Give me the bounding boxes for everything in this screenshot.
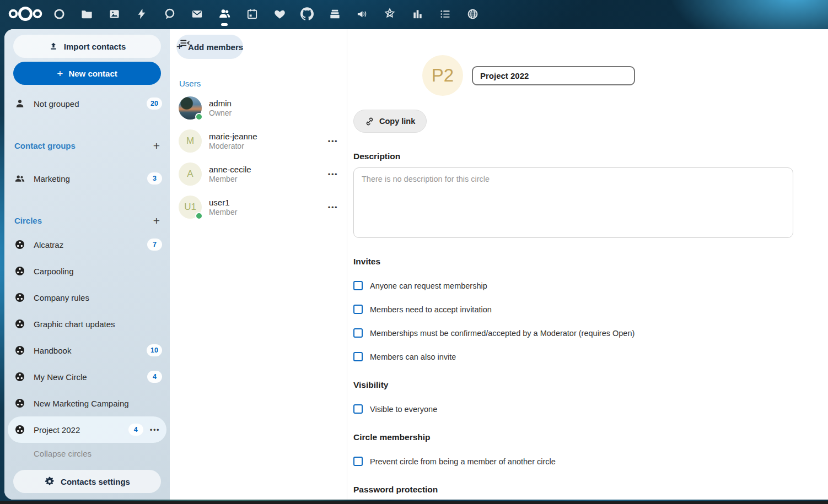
users-header: Users [179, 79, 347, 88]
collapse-member-list-icon[interactable] [179, 37, 192, 51]
collapse-circles-button[interactable]: Collapse circles [4, 443, 170, 464]
add-circle-button[interactable]: + [153, 215, 160, 226]
settings-section: Password protection [353, 485, 828, 495]
member-name: admin [209, 99, 338, 108]
option-label: Anyone can request membership [370, 281, 487, 290]
checkbox-unchecked[interactable] [353, 352, 363, 361]
member-role: Moderator [209, 142, 321, 150]
checkbox-unchecked[interactable] [353, 281, 363, 290]
circle-avatar[interactable]: P2 [422, 55, 463, 96]
member-row[interactable]: U1 user1 Member ••• [170, 191, 347, 224]
app-content: Import contacts + New contact Not groupe… [4, 29, 828, 500]
collectives-app-icon[interactable] [376, 0, 404, 28]
external-sites-app-icon[interactable] [459, 0, 486, 28]
circle-label: Carpooling [34, 267, 162, 276]
option-row[interactable]: Members need to accept invitation [353, 305, 828, 314]
sidebar-item-circle[interactable]: Project 2022 4 ••• [8, 416, 166, 443]
option-row[interactable]: Anyone can request membership [353, 281, 828, 290]
circle-label: New Marketing Campaing [34, 399, 162, 408]
section-heading: Invites [353, 257, 828, 267]
favorites-app-icon[interactable] [266, 0, 293, 28]
sidebar-item-circle[interactable]: Carpooling [4, 258, 170, 284]
option-row[interactable]: Memberships must be confirmed/accepted b… [353, 328, 828, 338]
option-list: Prevent circle from being a member of an… [353, 457, 828, 466]
option-row[interactable]: Visible to everyone [353, 404, 828, 414]
member-actions-menu[interactable]: ••• [328, 203, 338, 212]
mail-app-icon[interactable] [183, 0, 211, 28]
contact-groups-header: Contact groups + [4, 134, 170, 156]
contacts-app-icon[interactable] [211, 0, 238, 28]
option-label: Members need to accept invitation [370, 305, 492, 314]
settings-section: Invites Anyone can request membership Me… [353, 257, 828, 361]
member-actions-menu[interactable]: ••• [328, 137, 338, 145]
new-contact-button[interactable]: + New contact [13, 62, 161, 85]
github-app-icon[interactable] [293, 0, 321, 28]
circles-app-icon[interactable] [45, 0, 73, 28]
person-icon [14, 98, 25, 109]
circle-label: Alcatraz [34, 240, 147, 250]
description-textarea[interactable] [353, 167, 793, 238]
member-row[interactable]: admin Owner [170, 91, 347, 124]
photos-app-icon[interactable] [100, 0, 128, 28]
add-group-button[interactable]: + [153, 140, 160, 151]
sidebar-item-not-grouped[interactable]: Not grouped 20 [4, 91, 170, 116]
checkbox-unchecked[interactable] [353, 305, 363, 314]
option-label: Visible to everyone [370, 405, 437, 414]
files-app-icon[interactable] [73, 0, 100, 28]
contacts-settings-button[interactable]: Contacts settings [13, 470, 161, 493]
avatar: A [179, 162, 202, 186]
screen-bottom-edge [0, 501, 828, 504]
circle-label: My New Circle [34, 372, 147, 382]
member-list: admin Owner M marie-jeanne Moderator ••• [170, 91, 347, 224]
circle-name-input[interactable] [472, 66, 635, 85]
member-actions-menu[interactable]: ••• [328, 170, 338, 178]
count-badge: 3 [147, 172, 162, 185]
member-row[interactable]: A anne-cecile Member ••• [170, 158, 347, 191]
sidebar-item-circle[interactable]: Handbook 10 [4, 337, 170, 364]
calendar-app-icon[interactable] [238, 0, 266, 28]
member-row[interactable]: M marie-jeanne Moderator ••• [170, 124, 347, 158]
sidebar-item-group[interactable]: Marketing 3 [4, 166, 170, 191]
checkbox-unchecked[interactable] [353, 404, 363, 414]
option-label: Memberships must be confirmed/accepted b… [370, 329, 635, 338]
sidebar-item-circle[interactable]: Graphic chart updates [4, 311, 170, 337]
copy-link-button[interactable]: Copy link [353, 110, 427, 133]
talk-app-icon[interactable] [155, 0, 183, 28]
analytics-app-icon[interactable] [404, 0, 431, 28]
tasks-app-icon[interactable] [431, 0, 459, 28]
group-label: Marketing [34, 174, 147, 183]
online-status-dot [195, 212, 203, 220]
deck-app-icon[interactable] [321, 0, 348, 28]
contacts-sidebar: Import contacts + New contact Not groupe… [4, 29, 170, 500]
option-row[interactable]: Prevent circle from being a member of an… [353, 457, 828, 466]
sidebar-item-circle[interactable]: Alcatraz 7 [4, 231, 170, 258]
description-heading: Description [353, 151, 828, 161]
sidebar-item-circle[interactable]: Company rules [4, 284, 170, 311]
top-bar [0, 0, 828, 28]
circles-icon [14, 318, 25, 329]
import-contacts-button[interactable]: Import contacts [13, 35, 161, 58]
avatar: M [179, 129, 202, 153]
avatar-initials: M [186, 136, 194, 147]
circle-list: Alcatraz 7 Carpooling [4, 231, 170, 443]
count-badge: 20 [147, 97, 162, 110]
section-heading: Visibility [353, 380, 828, 390]
nextcloud-logo[interactable] [6, 0, 45, 28]
copy-link-label: Copy link [379, 117, 415, 126]
sidebar-item-circle[interactable]: New Marketing Campaing [4, 390, 170, 416]
link-icon [365, 117, 374, 126]
checkbox-unchecked[interactable] [353, 457, 363, 466]
settings-section: Circle membership Prevent circle from be… [353, 432, 828, 466]
sidebar-item-circle[interactable]: My New Circle 4 [4, 364, 170, 390]
checkbox-unchecked[interactable] [353, 328, 363, 338]
option-row[interactable]: Members can also invite [353, 352, 828, 361]
circle-actions-menu[interactable]: ••• [150, 426, 160, 434]
member-role: Member [209, 208, 321, 216]
activity-app-icon[interactable] [128, 0, 155, 28]
online-status-dot [195, 113, 203, 121]
announcements-app-icon[interactable] [348, 0, 376, 28]
circles-icon [14, 424, 25, 435]
circles-header: Circles + [4, 209, 170, 231]
gear-icon [44, 476, 55, 487]
count-badge: 4 [147, 371, 162, 383]
